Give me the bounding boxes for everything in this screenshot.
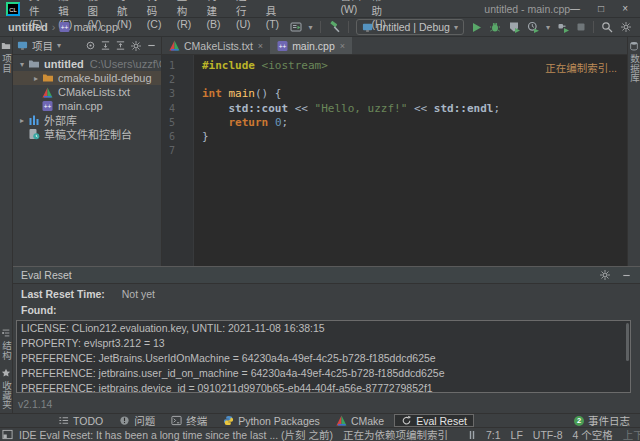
breadcrumb-file[interactable]: main.cpp xyxy=(73,21,118,33)
last-reset-row: Last Reset Time: Not yet xyxy=(13,284,640,300)
hide-panel-icon[interactable] xyxy=(146,40,157,51)
last-reset-label: Last Reset Time: xyxy=(21,288,105,300)
event-log-button[interactable]: 2事件日志 xyxy=(574,413,640,428)
toolwindow-tab-终端[interactable]: 终端 xyxy=(165,414,213,428)
status-message[interactable]: IDE Eval Reset: It has been a long time … xyxy=(19,427,333,441)
run-button-icon[interactable] xyxy=(471,22,482,33)
tool-tab-database[interactable]: 数据库 xyxy=(627,37,640,87)
menubar-item[interactable]: 代码(C) xyxy=(142,0,172,30)
tree-item[interactable]: ▾untitledC:\Users\uzzf\CLionPro xyxy=(13,57,161,71)
code-text: } xyxy=(194,130,209,143)
tool-tab-structure[interactable]: 结构 xyxy=(0,324,13,364)
line-number: 1 xyxy=(162,60,194,71)
pause-icon[interactable] xyxy=(468,430,476,440)
code-editor[interactable]: 1#include <iostream>23int main() {4 std:… xyxy=(162,55,627,266)
svg-text:CL: CL xyxy=(9,6,17,12)
cpp-file-icon: ++ xyxy=(41,100,54,112)
line-separator[interactable]: LF xyxy=(511,429,523,441)
toolwindow-tab-eval-reset[interactable]: Eval Reset xyxy=(394,414,474,427)
build-hammer-icon[interactable] xyxy=(328,21,341,34)
license-entry[interactable]: PROPERTY: evlsprt3.212 = 13 xyxy=(17,336,630,351)
code-line[interactable]: 4 std::cout << "Hello, uzzf!" << std::en… xyxy=(162,101,627,115)
chevron-down-icon[interactable]: ▾ xyxy=(57,41,61,50)
library-icon xyxy=(27,114,40,126)
coverage-icon[interactable] xyxy=(508,21,520,33)
menubar-item[interactable]: 重构(R) xyxy=(172,0,202,30)
locate-target-icon[interactable] xyxy=(85,40,96,51)
menubar-item[interactable]: 运行(U) xyxy=(231,0,261,30)
toolwindow-tab-todo[interactable]: TODO xyxy=(52,414,109,428)
license-entries-list[interactable]: LICENSE: CLion212.evaluation.key, UNTIL:… xyxy=(16,320,631,393)
file-encoding[interactable]: UTF-8 xyxy=(533,429,563,441)
tree-item-label: untitled xyxy=(44,58,84,70)
chevron-down-icon[interactable]: ▾ xyxy=(309,23,313,32)
code-line[interactable]: 3int main() { xyxy=(162,87,627,101)
cmake-icon xyxy=(41,87,54,98)
toolwindow-tab-cmake[interactable]: CMake xyxy=(330,414,390,428)
caret-position[interactable]: 7:1 xyxy=(486,429,501,441)
chevron-right-icon[interactable]: ▸ xyxy=(31,74,41,83)
license-entry[interactable]: PREFERENCE: JetBrains.UserIdOnMachine = … xyxy=(17,351,630,366)
profiler-icon[interactable] xyxy=(527,21,539,33)
chevron-down-icon[interactable]: ▾ xyxy=(17,60,27,69)
toolwindow-tab-python-packages[interactable]: Python Packages xyxy=(217,414,326,428)
editor-tab[interactable]: CMakeLists.txt× xyxy=(162,37,270,54)
minimize-button[interactable]: — xyxy=(570,3,580,14)
run-config-selector[interactable]: untitled | Debug ▾ xyxy=(356,19,464,35)
project-panel-title[interactable]: 项目 xyxy=(32,38,53,53)
run-toolbar: ▾ untitled | Debug ▾ ▾ xyxy=(290,19,632,35)
breadcrumb-project[interactable]: untitled xyxy=(8,21,48,33)
search-icon[interactable] xyxy=(601,21,613,33)
gear-icon[interactable] xyxy=(620,21,632,33)
tree-item-label: main.cpp xyxy=(58,100,103,112)
run-configurations-icon[interactable] xyxy=(290,21,302,33)
tool-tab-favorites[interactable]: 收藏夹 xyxy=(0,364,13,414)
toolwindow-tab-问题[interactable]: 问题 xyxy=(113,414,161,428)
svg-text:++: ++ xyxy=(61,24,69,31)
collapse-all-icon[interactable] xyxy=(115,40,126,51)
license-entry[interactable]: PREFERENCE: jetbrains.user_id_on_machine… xyxy=(17,366,630,381)
close-button[interactable]: × xyxy=(622,3,628,14)
close-icon[interactable]: × xyxy=(258,41,263,51)
debug-button-icon[interactable] xyxy=(489,21,501,33)
indexing-hint: 正在编制索引... xyxy=(545,60,617,75)
scrollbar[interactable] xyxy=(626,323,629,361)
indent-style[interactable]: 4 个空格 xyxy=(573,427,613,441)
window-toggle-icon[interactable] xyxy=(2,429,13,440)
tool-tab-label: 结构 xyxy=(0,341,13,360)
line-number: 7 xyxy=(162,145,194,156)
tree-item[interactable]: CMakeLists.txt xyxy=(13,85,161,99)
tree-item[interactable]: ▸外部库 xyxy=(13,113,161,127)
excluded-folder-icon xyxy=(41,72,54,84)
monitor-icon xyxy=(17,40,28,51)
favorites-star-icon xyxy=(1,368,11,378)
gear-icon[interactable] xyxy=(130,40,142,52)
close-icon[interactable]: × xyxy=(340,41,345,51)
scratches-icon xyxy=(27,128,40,140)
menubar-item[interactable]: 构建(B) xyxy=(201,0,230,30)
tree-item[interactable]: ▸cmake-build-debug xyxy=(13,71,161,85)
editor-tab[interactable]: ++main.cpp× xyxy=(270,37,352,54)
license-entry[interactable]: PREFERENCE: jetbrains.device_id = 091021… xyxy=(17,381,630,393)
event-log-icon: 2 xyxy=(574,416,584,426)
chevron-right-icon[interactable]: ▸ xyxy=(17,116,27,125)
hide-panel-icon[interactable] xyxy=(621,270,632,281)
tool-tab-project[interactable]: 项目 xyxy=(0,37,13,77)
menubar-item[interactable]: 工具(T) xyxy=(261,0,290,30)
chevron-down-icon[interactable]: ▾ xyxy=(546,23,550,32)
attach-process-icon[interactable] xyxy=(557,21,569,33)
code-line[interactable]: 5 return 0; xyxy=(162,115,627,129)
left-tool-strip: 项目 结构 收藏夹 xyxy=(0,37,13,413)
database-icon xyxy=(629,41,639,51)
cpp-file-icon: ++ xyxy=(59,21,70,33)
last-reset-value: Not yet xyxy=(122,288,155,300)
gear-icon[interactable] xyxy=(599,269,611,281)
tree-item[interactable]: 草稿文件和控制台 xyxy=(13,127,161,141)
eval-panel-title: Eval Reset xyxy=(21,269,72,281)
code-line[interactable]: 7 xyxy=(162,144,627,158)
expand-all-icon[interactable] xyxy=(100,40,111,51)
tree-item[interactable]: ++main.cpp xyxy=(13,99,161,113)
code-line[interactable]: 6} xyxy=(162,129,627,143)
license-entry[interactable]: LICENSE: CLion212.evaluation.key, UNTIL:… xyxy=(17,321,630,336)
maximize-button[interactable]: □ xyxy=(598,3,604,14)
